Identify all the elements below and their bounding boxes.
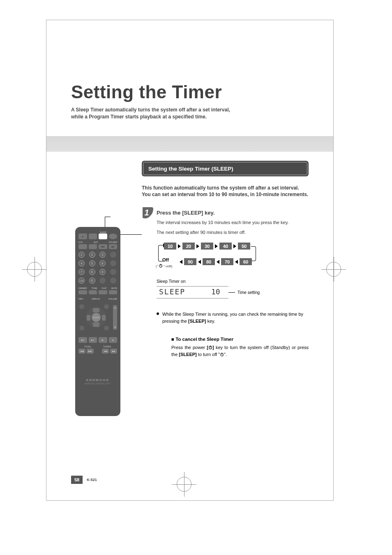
divider-band — [46, 136, 333, 152]
remote-num-plus10: +10 — [78, 278, 85, 284]
remote-button: ▶|| — [89, 337, 97, 343]
remote-eject-button: ▲ — [78, 234, 87, 239]
sleep-on-label: Sleep Timer on — [157, 279, 309, 284]
timer-icon — [220, 352, 224, 356]
svg-point-1 — [159, 265, 162, 268]
manual-page: Setting the Timer A Sleep Timer automati… — [46, 20, 334, 501]
cycle-chip: 90 — [184, 258, 196, 265]
section-description: This function automatically turns the sy… — [142, 185, 309, 199]
remote-button — [104, 326, 109, 331]
step-body: The interval increases by 10 minutes eac… — [157, 219, 309, 236]
remote-num-5: 5 — [89, 260, 95, 266]
remote-label: INFO — [78, 298, 83, 300]
note-text: key. — [206, 319, 215, 324]
cycle-chip: 70 — [221, 258, 233, 265]
intro-text: A Sleep Timer automatically turns the sy… — [71, 106, 244, 120]
remote-button: |◀◀ — [78, 349, 85, 354]
remote-button — [78, 244, 87, 249]
remote-label: P.CALL — [85, 345, 92, 348]
cancel-title: To cancel the Sleep Timer — [171, 337, 309, 342]
remote-button: ▶|| — [78, 337, 87, 343]
svg-text:SLEEP: SLEEP — [159, 288, 185, 296]
lcd-value: 10 — [211, 288, 226, 297]
svg-text:10: 10 — [211, 288, 220, 296]
arrow-right-icon — [233, 244, 236, 248]
remote-button: ▶▶ — [110, 349, 117, 354]
remote-label: MUTE — [111, 287, 117, 289]
cycle-off-sublabel: (" " unlit) — [156, 264, 172, 268]
remote-button — [99, 278, 106, 284]
lcd-display: SLEEP 10 Time setting — [157, 286, 309, 298]
remote-button: ▶ — [99, 337, 107, 343]
remote-button — [110, 260, 116, 266]
title-area: Setting the Timer A Sleep Timer automati… — [46, 20, 333, 129]
remote-label: AUX — [94, 241, 98, 243]
note-text: While the Sleep Timer is running, you ca… — [162, 312, 303, 324]
remote-label: DIMMER — [78, 287, 87, 289]
cycle-chip: 20 — [182, 243, 195, 250]
remote-label: FLAT — [102, 287, 107, 289]
cancel-block: To cancel the Sleep Timer Press the powe… — [171, 337, 309, 358]
svg-text:1: 1 — [144, 208, 149, 217]
remote-num-3: 3 — [99, 252, 106, 258]
cycle-chip: 40 — [219, 243, 232, 250]
lcd-caption: Time setting — [238, 290, 260, 295]
remote-button — [89, 234, 97, 239]
power-icon — [208, 345, 212, 349]
remote-num-9: 9 — [99, 269, 106, 275]
remote-brand: KENWOOD — [78, 378, 117, 382]
remote-label: D.IN — [78, 241, 83, 243]
remote-button — [110, 278, 116, 284]
remote-num-8: 8 — [89, 269, 95, 275]
remote-power-button — [109, 234, 118, 239]
remote-label: DISPLAY — [92, 298, 100, 300]
arrow-left-icon — [217, 260, 219, 264]
arrow-left-icon — [180, 260, 182, 264]
remote-button — [104, 304, 109, 309]
remote-button: ◀◀ — [102, 349, 109, 354]
remote-brand-sub: REMOTE CONTROL UNIT — [78, 383, 117, 385]
note-key: [SLEEP] — [188, 319, 206, 324]
remote-up — [93, 308, 99, 312]
arrow-left-icon — [235, 260, 238, 264]
remote-num-4: 4 — [78, 260, 85, 266]
timer-cycle-diagram: 10 20 30 40 50 Off (" " unlit) 90 80 70 … — [157, 243, 309, 275]
remote-num-0: 0 — [89, 278, 95, 284]
page-footer: 58 K-521 — [71, 476, 97, 484]
arrow-right-icon — [178, 244, 181, 248]
remote-num-6: 6 — [99, 260, 106, 266]
remote-num-2: 2 — [89, 252, 95, 258]
model-number: K-521 — [87, 478, 97, 482]
remote-left — [87, 315, 90, 321]
cycle-chip: 60 — [240, 258, 252, 265]
lcd-text: SLEEP — [159, 288, 196, 297]
remote-button — [109, 290, 118, 294]
page-number: 58 — [71, 476, 83, 484]
remote-volume: ▲▼ — [113, 305, 117, 330]
step-title: Press the [SLEEP] key. — [157, 210, 309, 216]
step-number-badge: 1 — [142, 206, 154, 219]
arrow-left-icon — [198, 260, 201, 264]
bullet-icon — [157, 312, 159, 315]
section-heading-bar: Setting the Sleep Timer (SLEEP) — [142, 161, 309, 176]
remote-button — [89, 290, 97, 294]
remote-label: TONE — [92, 287, 97, 289]
cycle-off-label: Off — [162, 257, 169, 262]
remote-sleep-button — [99, 234, 107, 239]
remote-button — [110, 252, 116, 258]
cycle-chip: 80 — [203, 258, 215, 265]
remote-button — [79, 326, 84, 331]
remote-button — [79, 304, 84, 309]
remote-diagram: SLEEP ▲ D.IN AUX FOLDER PRV NXT — [75, 227, 120, 416]
remote-label: VOLUME — [108, 298, 117, 300]
remote-num-7: 7 — [78, 269, 85, 275]
remote-nav-pad: ENTER ▲▼ — [78, 301, 117, 334]
cycle-chip: 50 — [238, 243, 250, 250]
section-heading: Setting the Sleep Timer (SLEEP) — [148, 166, 233, 172]
remote-button — [110, 269, 116, 275]
svg-point-6 — [221, 353, 224, 356]
step-line-2: The next setting after 90 minutes is tim… — [157, 229, 309, 236]
remote-down — [93, 322, 99, 327]
remote-num-1: 1 — [78, 252, 85, 258]
remote-button — [89, 244, 97, 249]
